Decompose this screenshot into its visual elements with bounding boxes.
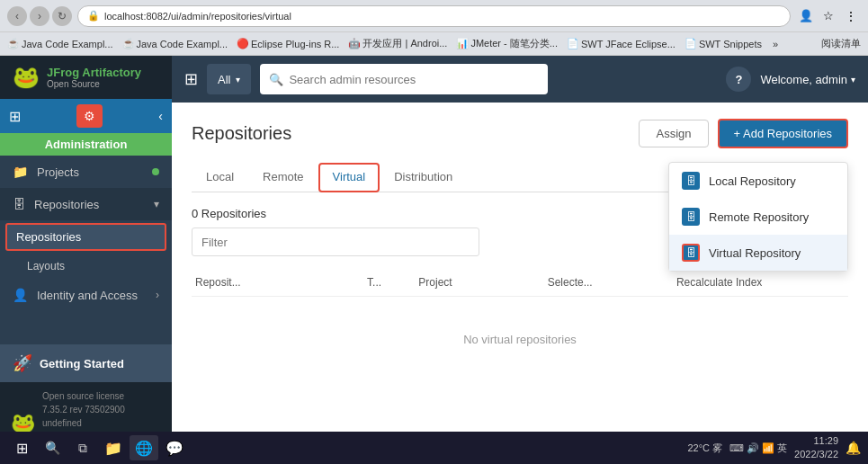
sidebar-sub-layouts[interactable]: Layouts: [0, 254, 172, 279]
col-header-recalc: Recalculate Index: [676, 276, 848, 289]
topbar-user[interactable]: Welcome, admin ▾: [760, 73, 855, 86]
forward-button[interactable]: ›: [30, 6, 49, 26]
table-header: Reposit... T... Project Selecte... Recal…: [192, 269, 848, 297]
bookmark-java1[interactable]: ☕ Java Code Exampl...: [7, 38, 113, 49]
sidebar-logo-text: JFrog Artifactory Open Source: [47, 66, 141, 89]
tab-remote[interactable]: Remote: [248, 163, 318, 192]
topbar: ⊞ All ▾ 🔍 ? Welcome, admin ▾: [172, 56, 868, 103]
wechat-icon: 💬: [166, 440, 183, 457]
getting-started-icon: 🚀: [13, 353, 32, 373]
footer-license-line2: 7.35.2 rev 73502900: [42, 403, 125, 416]
footer-license-line3: undefined: [42, 416, 125, 430]
getting-started-label: Getting Started: [40, 357, 124, 370]
address-text: localhost:8082/ui/admin/repositories/vir…: [104, 11, 291, 22]
bookmark-more[interactable]: »: [773, 39, 778, 49]
sidebar-gear-row: ⊞ ⚙ ‹: [0, 99, 172, 133]
search-input[interactable]: [289, 73, 539, 86]
projects-icon: 📁: [13, 165, 28, 179]
tab-local[interactable]: Local: [192, 163, 248, 192]
notification-icon[interactable]: 🔔: [846, 441, 861, 455]
page-title: Repositories: [192, 123, 291, 144]
bookmark-android[interactable]: 🤖 开发应用 | Androi...: [348, 37, 447, 50]
taskbar-app-task-view[interactable]: ⧉: [68, 435, 97, 460]
sidebar-logo: 🐸 JFrog Artifactory Open Source: [0, 56, 172, 99]
right-panel: ⊞ All ▾ 🔍 ? Welcome, admin ▾ Repositorie…: [172, 56, 868, 464]
sidebar-getting-started[interactable]: 🚀 Getting Started: [0, 344, 172, 382]
projects-dot-icon: [152, 168, 159, 175]
lang-icon: 英: [777, 442, 787, 455]
topbar-help-btn[interactable]: ?: [726, 67, 751, 92]
footer-license-line1: Open source license: [42, 389, 125, 403]
taskbar-app-wechat[interactable]: 💬: [160, 435, 189, 460]
address-bar[interactable]: 🔒 localhost:8082/ui/admin/repositories/v…: [77, 5, 791, 27]
network-icon: 📶: [762, 442, 774, 454]
app-layout: 🐸 JFrog Artifactory Open Source ⊞ ⚙ ‹ Ad…: [0, 56, 868, 464]
sidebar-projects-label: Projects: [37, 165, 152, 179]
identity-icon: 👤: [13, 288, 28, 302]
sidebar-logo-subtitle: Open Source: [47, 79, 141, 89]
sidebar-item-projects[interactable]: 📁 Projects: [0, 156, 172, 188]
virtual-repo-icon: 🗄: [682, 244, 700, 262]
bookmark-eclipse[interactable]: 🔴 Eclipse Plug-ins R...: [237, 38, 339, 49]
topbar-search-bar[interactable]: 🔍: [260, 64, 548, 94]
sidebar-item-identity[interactable]: 👤 Identity and Access ›: [0, 279, 172, 311]
browser-chrome: ‹ › ↻ 🔒 localhost:8082/ui/admin/reposito…: [0, 0, 868, 32]
sidebar-sub-repositories[interactable]: Repositories: [5, 223, 166, 251]
taskbar-weather: 22°C 雾: [687, 442, 722, 455]
dropdown-remote-repo[interactable]: 🗄 Remote Repository: [669, 199, 847, 235]
bookmark-swt1[interactable]: 📄 SWT JFace Eclipse...: [567, 38, 676, 49]
sidebar-apps-icon[interactable]: ⊞: [9, 108, 21, 125]
local-repo-label: Local Repository: [709, 174, 796, 188]
bookmark-reading[interactable]: 阅读清单: [821, 37, 861, 50]
keyboard-icon: ⌨: [729, 442, 744, 454]
taskbar-app-explorer[interactable]: 📁: [99, 435, 128, 460]
tab-virtual[interactable]: Virtual: [318, 163, 380, 192]
bookmarks-bar: ☕ Java Code Exampl... ☕ Java Code Exampl…: [0, 32, 868, 56]
sidebar-logo-title: JFrog Artifactory: [47, 66, 141, 79]
identity-arrow-icon: ›: [156, 289, 159, 301]
browser-nav-buttons: ‹ › ↻: [7, 6, 72, 26]
taskbar-search-button[interactable]: 🔍: [40, 435, 65, 460]
search-icon: 🔍: [269, 73, 283, 86]
taskbar-time: 11:29: [794, 434, 838, 448]
remote-repo-icon: 🗄: [682, 208, 700, 226]
user-arrow-icon: ▾: [851, 75, 855, 85]
col-header-project: Project: [418, 276, 547, 289]
bookmark-swt2[interactable]: 📄 SWT Snippets: [685, 38, 762, 49]
sidebar-identity-label: Identity and Access: [37, 289, 156, 302]
task-view-icon: ⧉: [78, 441, 87, 456]
filter-input[interactable]: [192, 228, 479, 256]
sidebar-gear-btn[interactable]: ⚙: [76, 104, 103, 128]
assign-button[interactable]: Assign: [639, 120, 708, 147]
back-button[interactable]: ‹: [7, 6, 27, 26]
remote-repo-label: Remote Repository: [709, 210, 809, 224]
more-button[interactable]: ⋮: [841, 6, 861, 26]
sidebar-collapse-icon[interactable]: ‹: [158, 109, 163, 123]
topbar-dropdown-arrow-icon: ▾: [236, 75, 240, 85]
tab-distribution[interactable]: Distribution: [380, 163, 467, 192]
address-lock-icon: 🔒: [87, 10, 100, 22]
star-button[interactable]: ☆: [819, 6, 838, 26]
browser-action-buttons: 👤 ☆ ⋮: [796, 6, 861, 26]
profile-button[interactable]: 👤: [796, 6, 816, 26]
col-header-repo: Reposit...: [192, 276, 367, 289]
add-repos-dropdown-menu: 🗄 Local Repository 🗄 Remote Repository 🗄…: [668, 162, 848, 272]
add-repositories-button[interactable]: + Add Repositories: [718, 119, 848, 148]
topbar-dropdown[interactable]: All ▾: [207, 64, 251, 94]
topbar-dropdown-value: All: [218, 73, 230, 86]
repositories-icon: 🗄: [13, 197, 25, 211]
bookmark-java2[interactable]: ☕ Java Code Exampl...: [122, 38, 228, 49]
taskbar-app-browser[interactable]: 🌐: [130, 435, 158, 460]
bookmark-jmeter[interactable]: 📊 JMeter - 随笔分类...: [456, 37, 558, 50]
topbar-grid-icon[interactable]: ⊞: [184, 69, 198, 89]
refresh-button[interactable]: ↻: [52, 6, 72, 26]
main-header: Repositories Assign + Add Repositories: [192, 119, 848, 148]
dropdown-virtual-repo[interactable]: 🗄 Virtual Repository: [669, 235, 847, 271]
dropdown-local-repo[interactable]: 🗄 Local Repository: [669, 163, 847, 199]
taskbar-right: 22°C 雾 ⌨ 🔊 📶 英 11:29 2022/3/22 🔔: [687, 434, 861, 462]
col-header-selected: Selecte...: [548, 276, 676, 289]
explorer-icon: 📁: [104, 440, 122, 457]
taskbar-start-button[interactable]: ⊞: [7, 435, 36, 460]
taskbar-apps: ⧉ 📁 🌐 💬: [68, 435, 189, 460]
sidebar-item-repositories[interactable]: 🗄 Repositories ▾: [0, 188, 172, 220]
